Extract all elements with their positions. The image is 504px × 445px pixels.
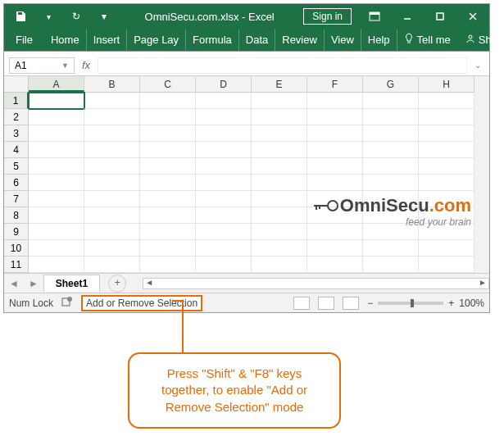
cell[interactable]: [29, 240, 84, 257]
cell[interactable]: [419, 125, 474, 142]
col-header-E[interactable]: E: [252, 76, 307, 92]
cell[interactable]: [307, 125, 363, 142]
cell[interactable]: [252, 207, 307, 224]
cell[interactable]: [307, 175, 363, 191]
row-header-6[interactable]: 6: [4, 175, 29, 191]
cell[interactable]: [363, 240, 419, 257]
redo-icon[interactable]: ↻: [65, 5, 88, 28]
cell[interactable]: [140, 158, 196, 175]
cell[interactable]: [84, 125, 140, 142]
row-header-10[interactable]: 10: [4, 240, 29, 257]
cell[interactable]: [307, 158, 363, 175]
cell[interactable]: [363, 125, 419, 142]
cell[interactable]: [29, 142, 84, 158]
cell[interactable]: [363, 257, 419, 273]
cell[interactable]: [84, 175, 140, 191]
cell-A1[interactable]: [29, 93, 84, 109]
cell[interactable]: [363, 93, 419, 109]
cell[interactable]: [84, 240, 140, 257]
cell[interactable]: [84, 207, 140, 224]
cell[interactable]: [140, 125, 196, 142]
select-all-corner[interactable]: [4, 76, 29, 92]
cell[interactable]: [29, 224, 84, 240]
cell[interactable]: [252, 257, 307, 273]
cell[interactable]: [84, 109, 140, 125]
cell[interactable]: [84, 158, 140, 175]
cell[interactable]: [363, 175, 419, 191]
zoom-in-button[interactable]: +: [448, 297, 454, 309]
zoom-control[interactable]: − + 100%: [367, 297, 484, 309]
cell[interactable]: [419, 93, 474, 109]
formula-input[interactable]: [98, 57, 467, 74]
col-header-F[interactable]: F: [307, 76, 363, 92]
row-header-8[interactable]: 8: [4, 207, 29, 224]
cell[interactable]: [252, 240, 307, 257]
row-header-7[interactable]: 7: [4, 191, 29, 207]
cell[interactable]: [29, 158, 84, 175]
cell[interactable]: [29, 109, 84, 125]
vertical-scrollbar[interactable]: [474, 76, 489, 273]
tab-file[interactable]: File: [4, 29, 44, 51]
cell[interactable]: [140, 207, 196, 224]
row-header-3[interactable]: 3: [4, 125, 29, 142]
formula-expand-icon[interactable]: ⌄: [471, 61, 484, 70]
save-icon[interactable]: [9, 5, 32, 28]
undo-dropdown-icon[interactable]: ▾: [37, 5, 60, 28]
cell[interactable]: [252, 158, 307, 175]
cell[interactable]: [419, 175, 474, 191]
col-header-C[interactable]: C: [140, 76, 196, 92]
normal-view-icon[interactable]: [293, 297, 310, 310]
cell[interactable]: [196, 142, 252, 158]
cell[interactable]: [196, 191, 252, 207]
minimize-icon[interactable]: [391, 4, 424, 29]
cell[interactable]: [84, 257, 140, 273]
tab-pagelayout[interactable]: Page Lay: [127, 29, 186, 51]
cell[interactable]: [419, 109, 474, 125]
cell[interactable]: [196, 175, 252, 191]
cell[interactable]: [29, 125, 84, 142]
tab-home[interactable]: Home: [44, 29, 87, 51]
cell[interactable]: [307, 257, 363, 273]
cell[interactable]: [363, 142, 419, 158]
zoom-level[interactable]: 100%: [459, 297, 484, 309]
cell[interactable]: [29, 175, 84, 191]
cell[interactable]: [252, 109, 307, 125]
tellme-search[interactable]: Tell me: [397, 29, 457, 51]
tab-view[interactable]: View: [325, 29, 361, 51]
cell[interactable]: [307, 240, 363, 257]
add-sheet-button[interactable]: +: [108, 275, 126, 293]
cell[interactable]: [252, 93, 307, 109]
signin-button[interactable]: Sign in: [303, 8, 352, 25]
zoom-out-button[interactable]: −: [367, 297, 373, 309]
cell[interactable]: [196, 158, 252, 175]
page-break-view-icon[interactable]: [343, 297, 359, 310]
zoom-slider[interactable]: [378, 302, 443, 305]
tab-review[interactable]: Review: [275, 29, 325, 51]
row-header-4[interactable]: 4: [4, 142, 29, 158]
maximize-icon[interactable]: [424, 4, 456, 29]
cell[interactable]: [140, 240, 196, 257]
col-header-B[interactable]: B: [84, 76, 140, 92]
row-header-11[interactable]: 11: [4, 257, 29, 273]
row-header-2[interactable]: 2: [4, 109, 29, 125]
cell[interactable]: [29, 257, 84, 273]
col-header-D[interactable]: D: [196, 76, 252, 92]
cell[interactable]: [307, 93, 363, 109]
tab-insert[interactable]: Insert: [87, 29, 128, 51]
col-header-A[interactable]: A: [29, 76, 84, 92]
row-header-1[interactable]: 1: [4, 93, 29, 109]
page-layout-view-icon[interactable]: [318, 297, 334, 310]
cell[interactable]: [140, 224, 196, 240]
tab-data[interactable]: Data: [239, 29, 275, 51]
cell[interactable]: [140, 191, 196, 207]
cell[interactable]: [196, 224, 252, 240]
macro-record-icon[interactable]: [61, 296, 73, 310]
cell[interactable]: [363, 109, 419, 125]
cell[interactable]: [140, 142, 196, 158]
qat-customize-icon[interactable]: ▾: [93, 5, 116, 28]
cell[interactable]: [419, 257, 474, 273]
cell[interactable]: [140, 175, 196, 191]
horizontal-scrollbar[interactable]: [143, 278, 489, 289]
fx-icon[interactable]: fx: [79, 59, 93, 71]
cell[interactable]: [29, 191, 84, 207]
